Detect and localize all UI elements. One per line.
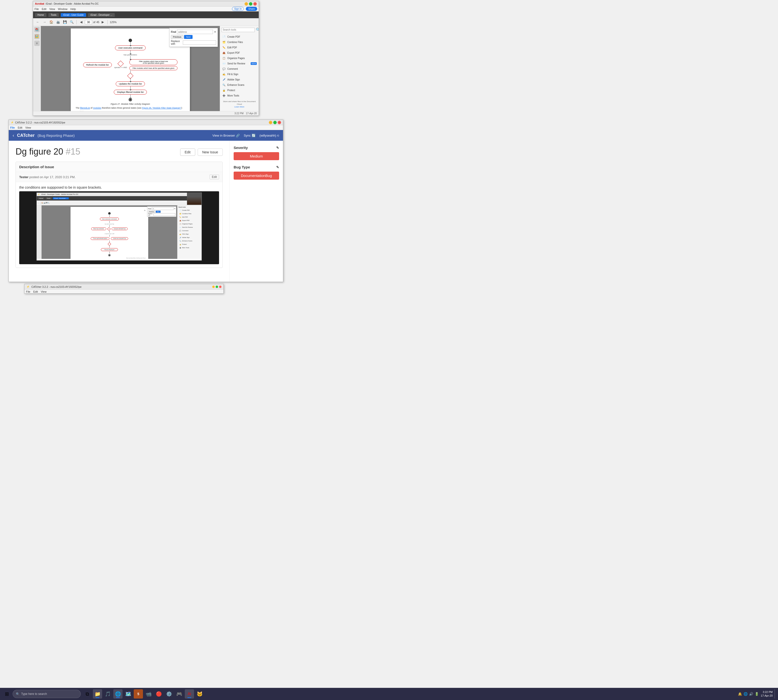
find-close-icon[interactable]: ✕ bbox=[214, 30, 216, 33]
description-edit-button[interactable]: Edit bbox=[210, 175, 219, 179]
mini-more-label: More Tools bbox=[182, 247, 189, 248]
toolbar-separator-2 bbox=[107, 20, 108, 24]
acrobat-statusbar: 3:22 PM 17-Apr-20 bbox=[33, 111, 259, 115]
panel-tool-combine-files-label: Combine Files bbox=[227, 41, 243, 43]
acrobat-tab-user-guide[interactable]: iGrad - User Guide bbox=[61, 13, 86, 17]
severity-edit-icon[interactable]: ✎ bbox=[276, 146, 279, 150]
catcher-menu-view[interactable]: View bbox=[25, 126, 31, 129]
toolbar-search-btn[interactable]: 🔍 bbox=[69, 20, 74, 25]
diagram-filtered-ref: filteredList bbox=[80, 107, 90, 109]
description-header: Description of Issue bbox=[16, 162, 222, 172]
panel-tool-fill-sign[interactable]: ✍️ Fill & Sign bbox=[222, 72, 257, 77]
acrobat-menu-view[interactable]: View bbox=[49, 8, 55, 10]
toolbar-save-btn[interactable]: 💾 bbox=[62, 20, 68, 25]
panel-tool-send-review-label: Send for Review bbox=[227, 62, 245, 65]
acrobat-titlebar: Acrobat iGrad - Developer Guide - Adobe … bbox=[33, 1, 259, 7]
panel-tool-protect[interactable]: 🔒 Protect bbox=[222, 88, 257, 93]
panel-tool-export-pdf[interactable]: 📤 Export PDF bbox=[222, 50, 257, 55]
combine-files-icon: 🗂️ bbox=[222, 40, 226, 44]
mini-combine-label: Combine Files bbox=[182, 213, 191, 214]
mini-organize-label: Organize Pages bbox=[182, 223, 192, 225]
acrobat-minimize-btn[interactable]: − bbox=[245, 2, 248, 6]
right-panel-search-input[interactable] bbox=[222, 28, 255, 32]
acrobat-toolbar: ← → 🏠 🖨️ 💾 🔍 ◀ of 45 ▶ 125% bbox=[33, 18, 259, 26]
catcher-back-button[interactable]: ‹ bbox=[13, 133, 14, 138]
replace-input[interactable] bbox=[183, 40, 216, 45]
mini-merge-diamond bbox=[108, 242, 111, 246]
mini-panel-fill-sign: ✍️ Fill & Sign bbox=[179, 232, 200, 236]
page-total-count: 45 bbox=[96, 21, 99, 23]
acrobat-tab-home[interactable]: Home bbox=[35, 13, 47, 17]
toolbar-home-btn[interactable]: 🏠 bbox=[48, 20, 54, 25]
panel-tool-more-tools-label: More Tools bbox=[227, 94, 239, 97]
lower-min-btn[interactable] bbox=[212, 286, 215, 288]
lower-menu-view[interactable]: View bbox=[41, 290, 47, 293]
mini-protect-label: Protect bbox=[182, 243, 187, 245]
catcher-minimize-btn[interactable]: − bbox=[269, 121, 272, 124]
panel-tool-organize-pages[interactable]: 📋 Organize Pages bbox=[222, 55, 257, 61]
catcher-menu-file[interactable]: File bbox=[10, 126, 15, 129]
panel-tool-send-review[interactable]: 📨 Send for Review NEW bbox=[222, 61, 257, 66]
find-bar: Find ✕ Previous Next Replace with bbox=[169, 28, 218, 47]
catcher-menu-edit[interactable]: Edit bbox=[18, 126, 22, 129]
fill-sign-icon: ✍️ bbox=[222, 72, 226, 76]
acrobat-menu-edit[interactable]: Edit bbox=[42, 8, 47, 10]
logout-icon: ⎋ bbox=[277, 134, 279, 137]
prev-page-btn[interactable]: ◀ bbox=[78, 20, 84, 25]
catcher-maximize-btn[interactable]: □ bbox=[273, 121, 277, 124]
mini-panel-enhance: 🔍 Enhance Scans bbox=[179, 239, 200, 243]
acrobat-menu-window[interactable]: Window bbox=[58, 8, 67, 10]
view-in-browser-button[interactable]: View in Browser 🔗 bbox=[212, 134, 240, 137]
acrobat-maximize-btn[interactable]: □ bbox=[249, 2, 252, 6]
learn-more-link[interactable]: Learn More bbox=[234, 106, 244, 108]
find-next-btn[interactable]: Next bbox=[184, 35, 192, 39]
next-page-btn[interactable]: ▶ bbox=[100, 20, 105, 25]
description-text: the conditions are suppposed to be in sq… bbox=[19, 185, 219, 189]
acrobat-content-area[interactable]: Find ✕ Previous Next Replace with bbox=[41, 26, 220, 111]
acrobat-tab-dev-guide[interactable]: iGrad - Developer ... bbox=[88, 13, 115, 17]
new-issue-button[interactable]: New Issue bbox=[198, 148, 223, 156]
sidebar-icon-thumbnail[interactable]: 🖼️ bbox=[34, 34, 40, 39]
panel-tool-adobe-sign[interactable]: 🖊️ Adobe Sign bbox=[222, 77, 257, 82]
mini-panel-edit-pdf: ✏️ Edit PDF bbox=[179, 215, 200, 219]
sidebar-icon-layers[interactable]: ≡ bbox=[34, 41, 40, 46]
share-button[interactable]: Share bbox=[246, 7, 257, 11]
acrobat-menu-help[interactable]: Help bbox=[70, 8, 76, 10]
catcher-phase-badge: (Bug Reporting Phase) bbox=[37, 133, 75, 138]
lower-close-btn[interactable] bbox=[219, 286, 222, 288]
acrobat-close-btn[interactable]: × bbox=[253, 2, 257, 6]
page-number-input[interactable] bbox=[85, 20, 92, 24]
panel-tool-enhance-scans[interactable]: 🔍 Enhance Scans bbox=[222, 82, 257, 88]
find-input[interactable] bbox=[177, 30, 213, 34]
panel-tool-combine-files[interactable]: 🗂️ Combine Files bbox=[222, 39, 257, 45]
acrobat-tab-tools[interactable]: Tools bbox=[48, 13, 59, 17]
more-tools-icon: ➕ bbox=[222, 93, 226, 97]
mini-panel-comment: 💬 Comment bbox=[179, 229, 200, 232]
bugtype-edit-icon[interactable]: ✎ bbox=[276, 165, 279, 169]
panel-tool-create-pdf[interactable]: 📄 Create PDF bbox=[222, 34, 257, 39]
right-panel-bottom-text: Store and share files in the Document Cl… bbox=[223, 100, 256, 105]
replace-with-label: Replace with bbox=[171, 40, 182, 45]
panel-tool-comment[interactable]: 💬 Comment bbox=[222, 66, 257, 72]
mini-fill-sign-label: Fill & Sign bbox=[182, 233, 189, 235]
panel-tool-edit-pdf[interactable]: ✏️ Edit PDF bbox=[222, 45, 257, 50]
mini-panel-send-review: 📨 Send for Review bbox=[179, 225, 200, 229]
user-menu[interactable]: (willyseahh) ⎋ bbox=[259, 134, 279, 137]
acrobat-menu-file[interactable]: File bbox=[35, 8, 39, 10]
sync-button[interactable]: Sync 🔄 bbox=[244, 134, 255, 137]
lower-max-btn[interactable] bbox=[215, 286, 218, 288]
find-previous-btn[interactable]: Previous bbox=[171, 35, 183, 39]
toolbar-print-btn[interactable]: 🖨️ bbox=[55, 20, 61, 25]
edit-pdf-icon: ✏️ bbox=[222, 45, 226, 49]
mini-end-circle bbox=[108, 254, 111, 257]
sidebar-icon-bookmark[interactable]: 📚 bbox=[34, 27, 40, 32]
panel-tool-more-tools[interactable]: ➕ More Tools bbox=[222, 93, 257, 98]
lower-menu-file[interactable]: File bbox=[26, 290, 30, 293]
sign-in-button[interactable]: Sign In bbox=[232, 7, 244, 11]
edit-button[interactable]: Edit bbox=[180, 148, 195, 156]
catcher-close-btn[interactable]: × bbox=[278, 121, 281, 124]
lower-menu-edit[interactable]: Edit bbox=[33, 290, 38, 293]
toolbar-back-btn[interactable]: ← bbox=[35, 20, 40, 25]
comment-icon: 💬 bbox=[222, 67, 226, 71]
toolbar-forward-btn[interactable]: → bbox=[42, 20, 47, 25]
